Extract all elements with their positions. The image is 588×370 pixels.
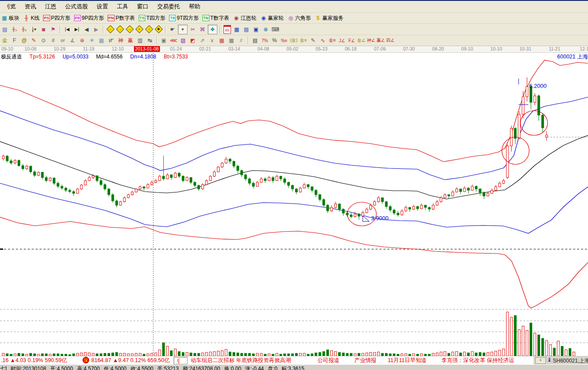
date-axis[interactable]: 09-1010-0810-2911-1912-102013-01-0801-24… <box>0 46 588 53</box>
gann-wheel-button[interactable]: ◉江恩轮 <box>233 14 258 22</box>
diamond-right-icon[interactable]: → <box>115 25 124 34</box>
box-select-tool-icon[interactable]: ▣ <box>159 36 168 45</box>
p-square-button[interactable]: PSP四方形 <box>43 14 72 22</box>
splitter-button[interactable]: ≡ <box>535 357 546 364</box>
grid-red-tool-icon[interactable]: ▦ <box>217 36 226 45</box>
9p-square-button[interactable]: P99P四方形 <box>74 14 106 22</box>
box-fan-tool-icon[interactable]: ◩ <box>188 36 197 45</box>
pen-candle-tool-icon[interactable]: ✎ <box>309 36 317 45</box>
news-item-1[interactable]: 公司报道 <box>317 357 339 364</box>
trend-arrow-tool-icon[interactable]: ⇗ <box>198 36 207 45</box>
9t-square-button[interactable]: T99T四方形 <box>169 14 201 22</box>
f-angle-tool-icon[interactable]: F∠ <box>347 36 356 45</box>
n-quote-tool-icon[interactable]: И″ <box>107 36 115 45</box>
menu-item-8[interactable]: 帮助 <box>184 1 205 12</box>
menu-item-1[interactable]: 资讯 <box>20 1 40 12</box>
shen-angle-tool-icon[interactable]: 神∠ <box>367 36 375 45</box>
diamond-4way-icon[interactable]: + <box>135 25 144 34</box>
gold-tool-icon[interactable]: 金 <box>0 36 9 45</box>
menu-item-0[interactable]: 刂览 <box>0 1 20 12</box>
last-page-icon[interactable]: ▶| <box>72 25 81 34</box>
assistant-icon[interactable]: ♝ <box>547 356 552 363</box>
menu-item-2[interactable]: 江恩 <box>40 1 61 12</box>
comb-tool-icon[interactable]: # <box>49 36 58 45</box>
prev-icon[interactable]: ◀ <box>82 25 91 34</box>
diamond-updown-icon[interactable]: ↕ <box>144 25 153 34</box>
news-item-2[interactable]: 产业情报 <box>354 357 376 364</box>
fan-lines-tool-icon[interactable]: ⋘ <box>169 36 178 45</box>
next-icon[interactable]: ▶ <box>92 25 101 34</box>
vee-tool-icon[interactable]: ∨ <box>208 36 216 45</box>
j-angle-tool-icon[interactable]: J∠ <box>338 36 346 45</box>
gold3-tool-icon[interactable]: 金≡ <box>299 36 308 45</box>
menu-item-6[interactable]: 窗口 <box>133 1 153 12</box>
hand-icon[interactable]: ☛ <box>168 25 177 34</box>
wave-candle-tool-icon[interactable]: ∿ <box>318 36 327 45</box>
kline3-icon[interactable]: ╫₃ <box>10 25 19 34</box>
winner-service-button[interactable]: $赢家服务 <box>314 14 345 22</box>
news-scroll-box[interactable]: 刂 <box>173 357 188 364</box>
shen-tool-icon[interactable]: 神 <box>116 36 125 45</box>
gold-circle-tool-icon[interactable]: (金) <box>289 36 298 45</box>
calendar-icon[interactable]: 21 <box>223 25 231 34</box>
candle-body <box>170 175 173 178</box>
winner-wheel-button[interactable]: ◉赢家轮 <box>260 14 285 22</box>
spiral-tool-icon[interactable]: @ <box>20 36 29 45</box>
t-table-button[interactable]: TNT数字表 <box>202 14 231 22</box>
menu-item-5[interactable]: 工具 <box>112 1 133 12</box>
doc-icon[interactable]: ▤ <box>0 25 9 34</box>
clock-tool-icon[interactable]: ⊙ <box>39 36 48 45</box>
stats-tool-icon[interactable]: ▤ <box>251 36 260 45</box>
p-table-button[interactable]: PNP数字表 <box>108 14 137 22</box>
menu-item-4[interactable]: 设置 <box>92 1 112 12</box>
save-web-icon[interactable]: ⊕ <box>261 25 270 34</box>
compass-tool-icon[interactable]: ⊕ <box>78 36 87 45</box>
news-item-0[interactable]: 动车组启二次招标 年底铁路投资再掀高潮 <box>191 357 291 364</box>
chart-canvas[interactable]: 6.20003.9000 <box>0 53 588 356</box>
diamond-left-icon[interactable]: ← <box>106 25 115 34</box>
hexagon-button[interactable]: ◎六角形 <box>287 14 313 22</box>
star-tool-icon[interactable]: ✳ <box>87 36 96 45</box>
f-tool-icon[interactable]: F <box>10 36 19 45</box>
gann-box-icon[interactable]: ⌘ <box>198 25 207 34</box>
sector-button[interactable]: ▦板块 <box>1 14 21 22</box>
t-square-button[interactable]: TST四方形 <box>138 14 167 22</box>
hatch-tool-icon[interactable]: // <box>237 36 245 45</box>
box-diag-tool-icon[interactable]: ▨ <box>179 36 188 45</box>
pct-tool-icon[interactable]: % <box>270 36 279 45</box>
menu-item-3[interactable]: 公式选股 <box>61 1 92 12</box>
menu-item-7[interactable]: 交易委托 <box>153 1 184 12</box>
measure-icon[interactable]: ✂ <box>188 25 197 34</box>
si-angle-tool-icon[interactable]: 四∠ <box>386 36 395 45</box>
ying-tool-icon[interactable]: 赢 <box>126 36 135 45</box>
workstation-icon[interactable]: ⌨ <box>271 25 280 34</box>
pct7-tool-icon[interactable]: 7% <box>260 36 269 45</box>
pct3-tool-icon[interactable]: %≡ <box>280 36 289 45</box>
n2-tool-icon[interactable]: n² <box>58 36 67 45</box>
crosshair-icon[interactable]: + <box>178 25 188 34</box>
abacus-tool-icon[interactable]: ▥ <box>136 36 144 45</box>
candle-style-icon[interactable]: ╽▾ <box>29 25 38 34</box>
pen-tool-icon[interactable]: ✎ <box>29 36 38 45</box>
ying-angle-tool-icon[interactable]: 赢∠ <box>376 36 385 45</box>
pattern-icon[interactable]: ◙ <box>39 25 48 34</box>
angle-tool-icon[interactable]: ∡ <box>68 36 77 45</box>
date-label-20: 12-12 <box>580 46 588 52</box>
calculator-icon[interactable]: ▦ <box>232 25 241 34</box>
grid2-tool-icon[interactable]: ▦ <box>227 36 236 45</box>
save-icon[interactable]: ▣ <box>252 25 260 34</box>
gold-angle-tool-icon[interactable]: 金∠ <box>357 36 366 45</box>
wave-tool-icon[interactable]: ❖ <box>208 25 217 34</box>
kline-button[interactable]: ╫K线 <box>23 14 41 22</box>
kline9-icon[interactable]: ╫₉ <box>20 25 29 34</box>
news-item-4[interactable]: 李克强：深化改革 保持经济运 <box>441 357 514 364</box>
first-page-icon[interactable]: |◀ <box>63 25 72 34</box>
span-tool-icon[interactable]: ↹ <box>145 36 154 45</box>
grid-dot-tool-icon[interactable]: ▦ <box>97 36 106 45</box>
notes-icon[interactable]: ▤ <box>242 25 251 34</box>
diamond-all-icon[interactable]: ✚ <box>154 25 163 34</box>
diamond-lr-icon[interactable]: ↔ <box>125 25 134 34</box>
draw-flag-icon[interactable]: ⚑ <box>49 25 58 34</box>
gold3-red-tool-icon[interactable]: 金≡ <box>328 36 337 45</box>
news-item-3[interactable]: 11月11日早知道 <box>388 357 426 364</box>
